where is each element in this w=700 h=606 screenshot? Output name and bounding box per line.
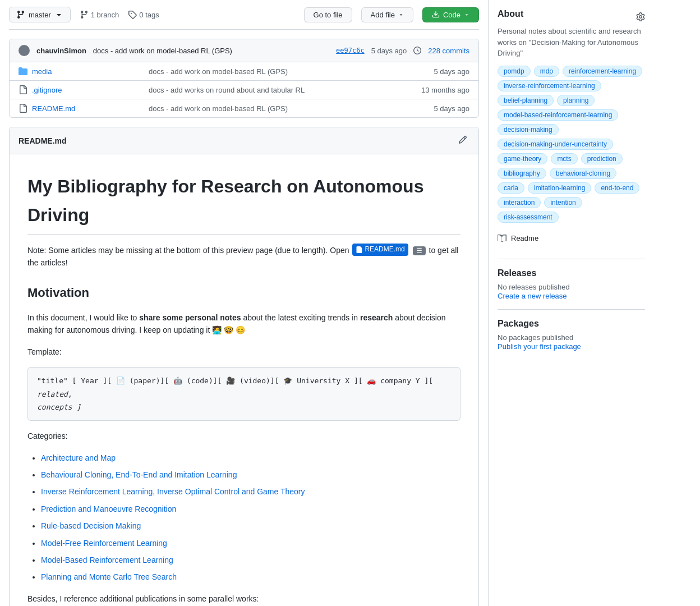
tag-intention[interactable]: intention [544, 197, 582, 208]
list-item: Behavioural Cloning, End-To-End and Imit… [41, 469, 460, 481]
file-name-readme[interactable]: README.md [32, 104, 144, 113]
file-icon-inline [356, 246, 362, 253]
readme-filename: README.md [19, 136, 67, 145]
tag-interaction[interactable]: interaction [498, 197, 541, 208]
readme-content: My Bibliography for Research on Autonomo… [10, 154, 478, 606]
tag-count: 0 tags [139, 11, 159, 19]
commits-count-link[interactable]: 228 commits [428, 47, 469, 55]
branch-selector[interactable]: master [9, 7, 71, 22]
readme-note: Note: Some articles may be missing at th… [27, 244, 460, 269]
edit-readme-button[interactable] [456, 133, 469, 148]
branch-icon [16, 10, 25, 19]
readme-title: My Bibliography for Research on Autonomo… [27, 172, 460, 235]
file-name-media[interactable]: media [32, 67, 144, 76]
tag-mdp[interactable]: mdp [534, 66, 559, 77]
commit-message: docs - add work on model-based RL (GPS) [93, 47, 232, 55]
list-item: Architecture and Map [41, 452, 460, 464]
list-item: Planning and Monte Carlo Tree Search [41, 571, 460, 583]
tag-reinforcement-learning[interactable]: reinforcement-learning [563, 66, 642, 77]
file-icon-readme [19, 104, 27, 113]
category-link[interactable]: Architecture and Map [41, 453, 116, 462]
tag-planning[interactable]: planning [557, 95, 595, 106]
about-section: About Personal notes about scientific an… [498, 9, 645, 245]
readme-box: README.md My Bibliography for Research o… [9, 127, 479, 606]
readme-label: Readme [511, 234, 538, 242]
readme-icon-box: ☰ [413, 246, 426, 255]
no-packages-text: No packages published [498, 333, 645, 342]
tag-count-link[interactable]: 0 tags [128, 10, 159, 19]
file-time-media: 5 days ago [434, 67, 469, 76]
readme-link-box[interactable]: README.md [352, 244, 408, 255]
tag-model-based-rl[interactable]: model-based-reinforcement-learning [498, 109, 618, 121]
settings-icon[interactable] [636, 12, 645, 23]
category-link[interactable]: Rule-based Decision Making [41, 521, 141, 530]
tag-icon [128, 10, 137, 19]
branch-count-link[interactable]: 1 branch [80, 10, 119, 19]
file-commit-media: docs - add work on model-based RL (GPS) [149, 67, 429, 76]
tag-risk-assessment[interactable]: risk-assessment [498, 212, 559, 223]
tag-mcts[interactable]: mcts [551, 153, 577, 164]
create-release-link[interactable]: Create a new release [498, 292, 567, 300]
tag-end-to-end[interactable]: end-to-end [595, 182, 639, 194]
branch-name: master [29, 11, 51, 19]
file-name-gitignore[interactable]: .gitignore [32, 86, 144, 94]
gear-svg [636, 12, 645, 21]
add-file-button[interactable]: Add file [361, 7, 413, 22]
template-code-block: "title" [ Year ][ 📄 (paper)][ 🤖 (code)][… [27, 367, 460, 421]
category-link[interactable]: Model-Free Reinforcement Learning [41, 539, 167, 548]
publish-package-link[interactable]: Publish your first package [498, 342, 581, 351]
file-commit-gitignore: docs - add works on round about and tabu… [149, 86, 417, 94]
table-row: README.md docs - add work on model-based… [10, 99, 478, 117]
file-time-readme: 5 days ago [434, 104, 469, 113]
commit-author[interactable]: chauvinSimon [36, 47, 86, 55]
category-link[interactable]: Prediction and Manoeuvre Recognition [41, 504, 176, 513]
readme-header: README.md [10, 127, 478, 154]
tag-inverse-reinforcement-learning[interactable]: inverse-reinforcement-learning [498, 80, 601, 91]
folder-icon [19, 67, 27, 76]
besides-text: Besides, I reference additional publicat… [27, 593, 460, 605]
tag-belief-planning[interactable]: belief-planning [498, 95, 554, 106]
divider-2 [498, 309, 645, 310]
repo-bar: master 1 branch 0 tags Go to file [9, 0, 479, 30]
tag-prediction[interactable]: prediction [581, 153, 623, 164]
category-link[interactable]: Model-Based Reinforcement Learning [41, 556, 173, 564]
category-link[interactable]: Inverse Reinforcement Learning, Inverse … [41, 487, 305, 496]
category-link[interactable]: Planning and Monte Carlo Tree Search [41, 572, 177, 581]
releases-title: Releases [498, 268, 645, 278]
branch-count: 1 branch [91, 11, 119, 19]
about-description: Personal notes about scientific and rese… [498, 26, 645, 59]
file-commit-readme: docs - add work on model-based RL (GPS) [149, 104, 429, 113]
tag-decision-making[interactable]: decision-making [498, 124, 559, 135]
tag-imitation-learning[interactable]: imitation-learning [528, 182, 591, 194]
tag-carla[interactable]: carla [498, 182, 524, 194]
releases-section: Releases No releases published Create a … [498, 268, 645, 300]
avatar [19, 45, 30, 56]
categories-label: Categories: [27, 430, 460, 442]
chevron-down-icon-2 [464, 12, 469, 17]
commit-hash[interactable]: ee97c6c [336, 47, 365, 54]
tag-decision-making-uncertainty[interactable]: decision-making-under-uncertainty [498, 139, 613, 150]
code-button[interactable]: Code [422, 7, 479, 22]
about-title: About [498, 9, 523, 19]
file-time-gitignore: 13 months ago [421, 86, 469, 94]
sidebar: About Personal notes about scientific an… [488, 0, 654, 606]
tags-container: pomdp mdp reinforcement-learning inverse… [498, 66, 645, 223]
about-header: About [498, 9, 645, 26]
list-item: Inverse Reinforcement Learning, Inverse … [41, 485, 460, 498]
list-item: Rule-based Decision Making [41, 520, 460, 532]
clock-icon [413, 47, 421, 54]
git-branch-icon [80, 10, 89, 19]
chevron-down-icon [54, 10, 63, 19]
tag-bibliography[interactable]: bibliography [498, 168, 546, 179]
category-link[interactable]: Behavioural Cloning, End-To-End and Imit… [41, 470, 237, 479]
list-item: Model-Based Reinforcement Learning [41, 554, 460, 566]
pencil-icon [458, 135, 467, 144]
tag-pomdp[interactable]: pomdp [498, 66, 531, 77]
readme-sidebar-link[interactable]: Readme [498, 232, 645, 245]
file-table: chauvinSimon docs - add work on model-ba… [9, 39, 479, 118]
readme-link-text: README.md [365, 244, 404, 255]
tag-game-theory[interactable]: game-theory [498, 153, 547, 164]
list-item: Model-Free Reinforcement Learning [41, 537, 460, 549]
tag-behavioral-cloning[interactable]: behavioral-cloning [550, 168, 616, 179]
go-to-file-button[interactable]: Go to file [304, 7, 352, 22]
